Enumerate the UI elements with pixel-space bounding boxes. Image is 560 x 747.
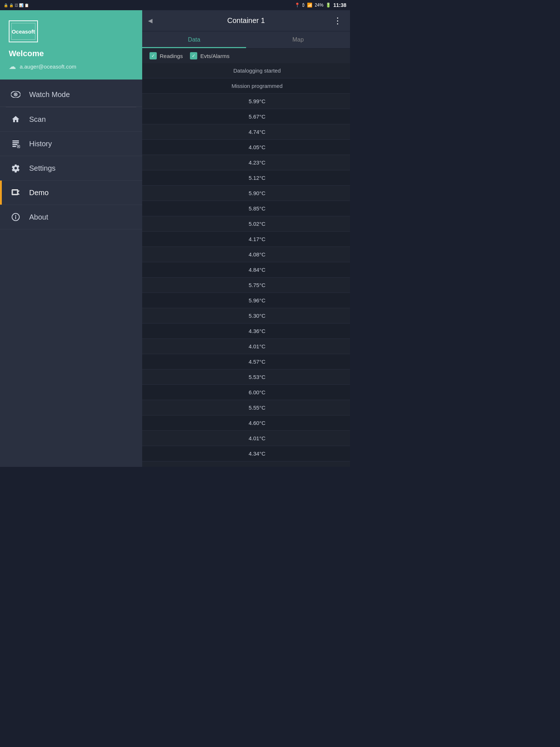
table-row: 4.01°C (142, 431, 350, 446)
row-temperature-value: 4.57°C (171, 359, 343, 365)
table-row: 5.53°C (142, 369, 350, 385)
page-title: Container 1 (161, 16, 331, 25)
table-row: 5.96°C (142, 293, 350, 308)
table-row: 5.67°C (142, 109, 350, 124)
svg-rect-4 (12, 142, 19, 143)
sidebar-item-label: Scan (29, 115, 46, 124)
sidebar-logo: Oceasoft (9, 20, 38, 42)
welcome-text: Welcome (9, 49, 133, 58)
table-row: 6.00°C (142, 385, 350, 400)
table-row: 4.23°C (142, 155, 350, 170)
tab-data[interactable]: Data (142, 31, 246, 48)
user-email: a.auger@oceasoft.com (20, 63, 76, 70)
tab-bar: Data Map (142, 31, 350, 49)
row-temperature-value: 5.99°C (171, 98, 343, 104)
row-temperature-value: 5.30°C (171, 313, 343, 319)
info-icon (10, 212, 21, 222)
row-temperature-value: 5.55°C (171, 405, 343, 411)
logo-text: Oceasoft (12, 28, 35, 35)
row-temperature-value: 4.84°C (171, 267, 343, 273)
table-row: 4.74°C (142, 124, 350, 140)
events-checkbox[interactable]: ✓ (190, 52, 197, 59)
user-info: ☁ a.auger@oceasoft.com (9, 62, 133, 71)
filter-bar: ✓ Readings ✓ Evts/Alarms (142, 49, 350, 63)
row-temperature-value: 5.27°C (171, 466, 343, 467)
sidebar-item-settings[interactable]: Settings (0, 156, 142, 181)
wifi-icon: 📶 (307, 3, 312, 8)
row-temperature-value: 5.85°C (171, 205, 343, 212)
row-temperature-value: 5.67°C (171, 113, 343, 120)
row-temperature-value: 4.34°C (171, 450, 343, 457)
sidebar-item-label: About (29, 213, 48, 221)
sidebar-header: Oceasoft Welcome ☁ a.auger@oceasoft.com (0, 10, 142, 80)
filter-events[interactable]: ✓ Evts/Alarms (190, 52, 229, 59)
row-temperature-value: 5.75°C (171, 282, 343, 288)
table-row: 4.08°C (142, 247, 350, 262)
row-temperature-value: 4.05°C (171, 144, 343, 150)
row-temperature-value: 5.12°C (171, 175, 343, 181)
table-row: 4.36°C (142, 324, 350, 339)
history-icon (10, 138, 21, 149)
sidebar-item-label: Settings (29, 164, 55, 173)
sidebar-item-demo[interactable]: Demo (0, 181, 142, 205)
sidebar-item-scan[interactable]: Scan (0, 107, 142, 132)
main-layout: Oceasoft Welcome ☁ a.auger@oceasoft.com … (0, 10, 350, 467)
events-label: Evts/Alarms (200, 53, 229, 59)
table-row: 5.85°C (142, 201, 350, 216)
svg-rect-11 (13, 190, 17, 194)
cloud-icon: ☁ (9, 62, 16, 71)
row-temperature-value: 4.36°C (171, 328, 343, 334)
readings-checkbox[interactable]: ✓ (149, 52, 157, 59)
readings-label: Readings (160, 53, 183, 59)
table-row: 5.55°C (142, 400, 350, 415)
home-icon (10, 114, 21, 125)
content-area: ◀ Container 1 ⋮ Data Map ✓ Readings ✓ Ev… (142, 10, 350, 467)
row-temperature-value: 5.53°C (171, 374, 343, 380)
table-row: 4.34°C (142, 446, 350, 461)
table-row: Datalogging started (142, 63, 350, 78)
svg-rect-3 (12, 140, 19, 142)
table-row: 4.57°C (142, 354, 350, 369)
row-temperature-value: 4.60°C (171, 420, 343, 426)
sidebar-item-watch-mode[interactable]: Watch Mode (0, 82, 142, 107)
data-list: Datalogging started Mission programmed 5… (142, 63, 350, 467)
row-temperature-value: 4.01°C (171, 343, 343, 349)
table-row: 5.02°C (142, 216, 350, 232)
back-icon: ◀ (148, 17, 161, 24)
row-temperature-value: 5.90°C (171, 190, 343, 196)
filter-readings[interactable]: ✓ Readings (149, 52, 183, 59)
svg-rect-5 (12, 144, 18, 145)
sidebar-item-history[interactable]: History (0, 132, 142, 156)
table-row: 5.75°C (142, 278, 350, 293)
table-row: 4.60°C (142, 415, 350, 431)
tab-map[interactable]: Map (246, 31, 350, 48)
row-temperature-value: 4.01°C (171, 435, 343, 441)
table-row: 5.90°C (142, 186, 350, 201)
table-row: Mission programmed (142, 78, 350, 94)
status-bar-right: 📍 ₿ 📶 24% 🔋 11:38 (295, 2, 346, 8)
gear-icon (10, 163, 21, 174)
row-temperature-value: 4.17°C (171, 236, 343, 242)
table-row: 5.27°C (142, 461, 350, 467)
sidebar-item-label: Watch Mode (29, 90, 70, 99)
row-temperature-value: 5.02°C (171, 221, 343, 227)
eye-icon (10, 89, 21, 100)
table-row: 4.01°C (142, 339, 350, 354)
bluetooth-icon: ₿ (302, 3, 305, 8)
battery-percent: 24% (315, 3, 323, 8)
row-temperature-value: 4.23°C (171, 159, 343, 166)
row-event-value: Datalogging started (171, 67, 343, 74)
table-row: 4.17°C (142, 232, 350, 247)
sidebar-item-about[interactable]: About (0, 205, 142, 229)
status-bar: 🔒 🔒 🖼 📊 📋 📍 ₿ 📶 24% 🔋 11:38 (0, 0, 350, 10)
row-temperature-value: 4.74°C (171, 129, 343, 135)
row-temperature-value: 4.08°C (171, 251, 343, 258)
battery-icon: 🔋 (326, 3, 331, 8)
svg-rect-6 (12, 146, 16, 147)
sidebar-nav: Watch Mode Scan (0, 80, 142, 467)
location-icon: 📍 (295, 3, 300, 8)
sidebar: Oceasoft Welcome ☁ a.auger@oceasoft.com … (0, 10, 142, 467)
status-bar-left-icons: 🔒 🔒 🖼 📊 📋 (4, 3, 29, 7)
toolbar: ◀ Container 1 ⋮ (142, 10, 350, 31)
more-options-button[interactable]: ⋮ (331, 14, 344, 27)
